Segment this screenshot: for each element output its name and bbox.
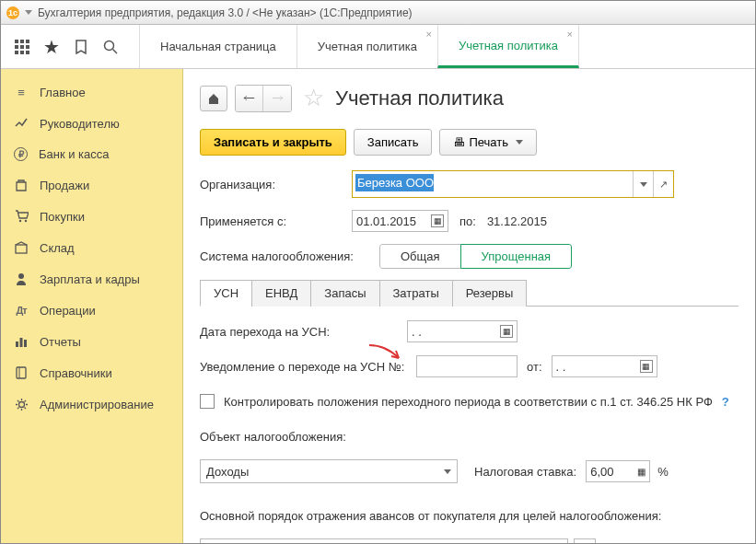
sidebar-item-operations[interactable]: ДтОперации [1,295,182,326]
to-label: по: [459,214,476,228]
tax-general-option[interactable]: Общая [379,244,461,269]
tab-accounting-policy-2[interactable]: Учетная политика× [437,25,579,68]
save-and-close-button[interactable]: Записать и закрыть [200,129,346,156]
app-menu-dropdown[interactable] [25,10,32,15]
svg-rect-2 [26,40,29,43]
calendar-icon[interactable]: ▦ [500,325,513,338]
inner-tabs: УСН ЕНВД Запасы Затраты Резервы [200,280,739,307]
applies-from-label: Применяется с: [200,214,352,228]
history-icon[interactable] [73,39,89,55]
sidebar-item-label: Руководителю [40,117,120,131]
calendar-icon[interactable]: ▦ [431,214,444,227]
sidebar-item-label: Продажи [40,179,89,192]
dropdown-button[interactable] [633,171,653,197]
apps-grid-icon[interactable] [14,39,30,55]
nav-forward-button[interactable]: 🡒 [263,86,291,111]
advance-select[interactable]: Доходы УСН [200,538,568,543]
sidebar-item-label: Покупки [40,210,85,224]
control-transition-checkbox[interactable] [200,394,215,409]
tab-envd[interactable]: ЕНВД [251,280,311,307]
open-button[interactable]: ↗ [653,171,673,197]
top-toolbar: ★ Начальная страница Учетная политика× У… [1,25,755,69]
tax-rate-unit: % [657,465,669,479]
sidebar-item-manager[interactable]: Руководителю [1,108,182,139]
help-icon[interactable]: ? [722,395,729,409]
sidebar-item-sales[interactable]: Продажи [1,169,182,201]
operations-icon: Дт [14,303,29,318]
tax-object-select[interactable]: Доходы [200,459,458,483]
notice-number-label: Уведомление о переходе на УСН №: [200,360,416,374]
sidebar-item-salary[interactable]: Зарплата и кадры [1,263,182,295]
svg-rect-15 [16,341,18,347]
tab-stocks[interactable]: Запасы [310,280,379,307]
transition-date-label: Дата перехода на УСН: [200,325,407,339]
sidebar: ≡Главное Руководителю ₽Банк и касса Прод… [1,69,183,543]
window-title: Бухгалтерия предприятия, редакция 3.0 / … [38,6,413,19]
ruble-icon: ₽ [14,147,28,161]
advance-more-button[interactable]: … [574,538,596,543]
search-icon[interactable] [102,39,119,55]
sidebar-item-reports[interactable]: Отчеты [1,326,182,357]
sidebar-item-references[interactable]: Справочники [1,357,182,388]
tab-usn[interactable]: УСН [200,280,252,307]
sidebar-item-warehouse[interactable]: Склад [1,232,182,263]
tax-rate-input[interactable]: 6,00 ▦ [586,460,650,482]
svg-rect-6 [15,51,18,54]
svg-rect-3 [15,45,18,49]
tab-accounting-policy-1[interactable]: Учетная политика× [297,25,438,68]
svg-rect-16 [20,338,23,347]
tab-costs[interactable]: Затраты [379,280,453,307]
sidebar-item-label: Главное [40,86,86,99]
notice-number-input[interactable] [416,355,518,377]
organization-label: Организация: [200,178,352,191]
svg-line-10 [113,49,118,53]
home-button[interactable] [200,86,227,111]
svg-rect-1 [20,40,24,43]
to-value: 31.12.2015 [487,214,547,228]
cart-icon [14,209,29,224]
star-icon[interactable]: ★ [43,39,60,55]
tax-object-label: Объект налогообложения: [200,430,346,444]
applies-from-input[interactable]: 01.01.2015 ▦ [352,210,448,232]
calendar-icon[interactable]: ▦ [640,360,653,373]
sidebar-item-main[interactable]: ≡Главное [1,76,182,108]
person-icon [14,272,29,286]
nav-back-button[interactable]: 🡐 [236,86,263,111]
sidebar-item-admin[interactable]: Администрирование [1,388,182,420]
svg-rect-7 [20,51,24,54]
close-icon[interactable]: × [567,29,573,40]
print-button[interactable]: 🖶Печать [439,129,537,156]
chart-line-icon [14,116,29,131]
book-icon [14,365,29,380]
organization-field[interactable]: Березка ООО ↗ [352,170,674,198]
favorite-star-icon[interactable]: ☆ [303,84,324,112]
sidebar-item-bank[interactable]: ₽Банк и касса [1,139,182,169]
stepper-icon[interactable]: ▦ [637,467,646,477]
svg-rect-13 [16,245,27,253]
main-content: 🡐 🡒 ☆ Учетная политика Записать и закрыт… [183,69,755,543]
sidebar-item-purchases[interactable]: Покупки [1,201,182,232]
box-icon [14,240,29,255]
svg-rect-0 [15,40,18,43]
svg-point-9 [105,41,114,50]
page-title: Учетная политика [335,87,504,110]
svg-point-11 [18,220,20,222]
tax-simple-option[interactable]: Упрощенная [460,244,573,269]
menu-icon: ≡ [14,85,29,99]
sidebar-item-label: Банк и касса [39,147,110,161]
svg-rect-5 [26,45,29,49]
notice-date-input[interactable]: . . ▦ [552,355,657,377]
gear-icon [14,397,29,411]
transition-date-input[interactable]: . . ▦ [407,320,518,342]
close-icon[interactable]: × [425,29,431,40]
tax-system-label: Система налогообложения: [200,249,379,263]
printer-icon: 🖶 [453,135,465,149]
sidebar-item-label: Администрирование [40,398,154,411]
tab-reserves[interactable]: Резервы [452,280,528,307]
svg-rect-4 [20,45,24,49]
save-button[interactable]: Записать [354,129,433,156]
chevron-down-icon [444,469,451,474]
sidebar-item-label: Справочники [40,366,112,380]
tab-start-page[interactable]: Начальная страница [139,25,297,68]
sidebar-item-label: Отчеты [40,335,81,349]
